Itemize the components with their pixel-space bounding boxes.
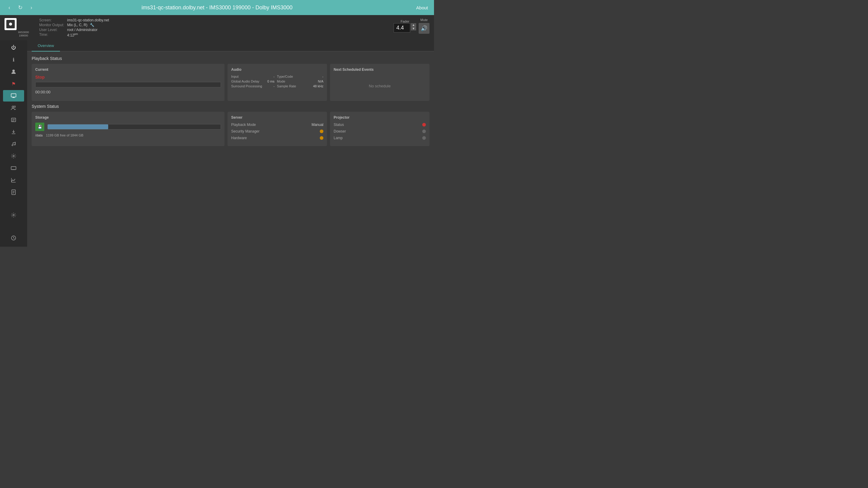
user-label: User Level: bbox=[39, 28, 64, 32]
current-status: Stop bbox=[35, 75, 221, 79]
tab-overview[interactable]: Overview bbox=[32, 40, 60, 52]
storage-panel: Storage 💾 /data 1199 GB free of 1844 GB bbox=[32, 112, 224, 146]
monitor-settings-icon[interactable]: 🔧 bbox=[90, 23, 94, 27]
fader-arrows: ▲ ▼ bbox=[411, 23, 416, 33]
projector-status-row: Status bbox=[334, 123, 426, 127]
main-layout: ⏻ ℹ ⚑ bbox=[0, 40, 434, 247]
projector-panel: Projector Status Dowser Lamp bbox=[330, 112, 430, 146]
storage-path: /data bbox=[35, 133, 42, 137]
surround-value: - bbox=[267, 84, 275, 88]
projector-panel-title: Projector bbox=[334, 116, 426, 120]
mode-value: N/A bbox=[313, 79, 323, 83]
svg-line-25 bbox=[13, 238, 14, 238]
sidebar-item-info[interactable]: ℹ bbox=[3, 54, 24, 65]
device-name: IMS3000 bbox=[18, 31, 29, 34]
audio-grid: Input - Type/Code - Global Audio Delay 0… bbox=[231, 75, 323, 88]
hardware-status-dot bbox=[320, 136, 323, 140]
playback-panels-row: Current Stop 00:00:00 Audio Input - Type… bbox=[32, 64, 430, 101]
projector-status-dot bbox=[422, 123, 426, 127]
svg-point-5 bbox=[14, 106, 16, 107]
timecode: 00:00:00 bbox=[35, 90, 221, 94]
svg-point-0 bbox=[12, 70, 15, 72]
storage-panel-title: Storage bbox=[35, 116, 221, 120]
sidebar-item-playlist[interactable] bbox=[3, 114, 24, 126]
svg-point-12 bbox=[14, 144, 16, 145]
sidebar-item-gear[interactable] bbox=[3, 209, 24, 221]
refresh-button[interactable]: ↻ bbox=[16, 3, 25, 12]
svg-rect-1 bbox=[11, 94, 16, 97]
no-schedule-text: No schedule bbox=[334, 75, 426, 97]
sidebar-item-power[interactable]: ⏻ bbox=[3, 42, 24, 53]
sidebar-item-users[interactable] bbox=[3, 102, 24, 113]
playback-status-title: Playback Status bbox=[32, 56, 430, 61]
input-label: Input bbox=[231, 75, 265, 78]
storage-free-text: 1199 GB free of 1844 GB bbox=[46, 133, 84, 137]
sidebar: ⏻ ℹ ⚑ bbox=[0, 40, 27, 247]
sidebar-item-chart[interactable] bbox=[3, 174, 24, 186]
projector-lamp-dot bbox=[422, 136, 426, 140]
mute-label: Mute bbox=[421, 18, 428, 22]
sidebar-item-screen[interactable] bbox=[3, 90, 24, 101]
svg-point-22 bbox=[13, 215, 14, 216]
current-panel-title: Current bbox=[35, 67, 221, 72]
system-status-title: System Status bbox=[32, 104, 430, 109]
top-bar: ‹ ↻ › ims31-qc-station.dolby.net - IMS30… bbox=[0, 0, 434, 15]
sidebar-item-download[interactable] bbox=[3, 126, 24, 138]
sidebar-item-flag[interactable]: ⚑ bbox=[3, 78, 24, 90]
current-panel: Current Stop 00:00:00 bbox=[32, 64, 224, 101]
projector-lamp-label: Lamp bbox=[334, 136, 343, 140]
sidebar-item-display[interactable] bbox=[3, 162, 24, 174]
sidebar-item-doc[interactable] bbox=[3, 187, 24, 198]
projector-dowser-dot bbox=[422, 130, 426, 133]
header-info: Screen: ims31-qc-station.dolby.net Monit… bbox=[39, 18, 109, 37]
svg-rect-14 bbox=[11, 167, 16, 170]
storage-bar-bg bbox=[47, 124, 221, 130]
fader-section: Fader 4.4 ▲ ▼ Mute 🔊 bbox=[394, 18, 430, 34]
surround-label: Surround Processing bbox=[231, 84, 265, 88]
sidebar-item-settings-extra[interactable] bbox=[3, 150, 24, 162]
monitor-value: Mix (L, C, R) 🔧 bbox=[67, 23, 109, 27]
storage-row: 💾 bbox=[35, 123, 221, 131]
svg-point-11 bbox=[12, 144, 13, 146]
storage-drive-icon: 💾 bbox=[35, 123, 44, 131]
global-audio-delay-label: Global Audio Delay bbox=[231, 79, 265, 83]
svg-point-13 bbox=[13, 156, 14, 157]
device-sub: 199000 bbox=[18, 34, 29, 37]
server-security-row: Security Manager bbox=[231, 129, 323, 133]
nav-buttons: ‹ ↻ › bbox=[6, 3, 35, 12]
projector-status-label: Status bbox=[334, 123, 344, 127]
page-title: ims31-qc-station.dolby.net - IMS3000 199… bbox=[142, 4, 293, 11]
screen-label: Screen: bbox=[39, 18, 64, 22]
security-manager-label: Security Manager bbox=[231, 129, 259, 133]
playback-mode-label: Playback Mode bbox=[231, 123, 256, 127]
fader-up-button[interactable]: ▲ bbox=[411, 23, 416, 27]
monitor-label: Monitor Output: bbox=[39, 23, 64, 27]
system-panels-row: Storage 💾 /data 1199 GB free of 1844 GB bbox=[32, 112, 430, 146]
fader-label: Fader bbox=[401, 20, 409, 23]
mute-button[interactable]: 🔊 bbox=[418, 23, 430, 34]
projector-lamp-row: Lamp bbox=[334, 136, 426, 140]
fader-control: Fader 4.4 ▲ ▼ bbox=[394, 20, 416, 33]
header-bar: IMS3000 199000 Screen: ims31-qc-station.… bbox=[0, 15, 434, 40]
projector-dowser-label: Dowser bbox=[334, 129, 346, 133]
playback-mode-value: Manual bbox=[312, 123, 323, 127]
tab-bar: Overview bbox=[27, 40, 434, 52]
back-button[interactable]: ‹ bbox=[6, 3, 13, 12]
sample-rate-value: 48 kHz bbox=[313, 84, 323, 88]
projector-dowser-row: Dowser bbox=[334, 129, 426, 133]
fader-down-button[interactable]: ▼ bbox=[411, 27, 416, 30]
audio-panel-title: Audio bbox=[231, 67, 323, 72]
user-value: root / Administrator bbox=[67, 28, 109, 32]
progress-bar-container bbox=[35, 82, 221, 87]
storage-bar-fill bbox=[48, 124, 108, 129]
input-value: - bbox=[267, 75, 275, 78]
sidebar-item-music[interactable] bbox=[3, 138, 24, 150]
about-button[interactable]: About bbox=[416, 5, 428, 10]
server-panel: Server Playback Mode Manual Security Man… bbox=[227, 112, 327, 146]
logo bbox=[4, 18, 17, 30]
type-code-label: Type/Code bbox=[277, 75, 311, 78]
sidebar-item-user[interactable] bbox=[3, 66, 24, 77]
mode-label: Mode bbox=[277, 79, 311, 83]
forward-button[interactable]: › bbox=[28, 3, 35, 12]
sidebar-item-clock[interactable] bbox=[3, 232, 24, 244]
